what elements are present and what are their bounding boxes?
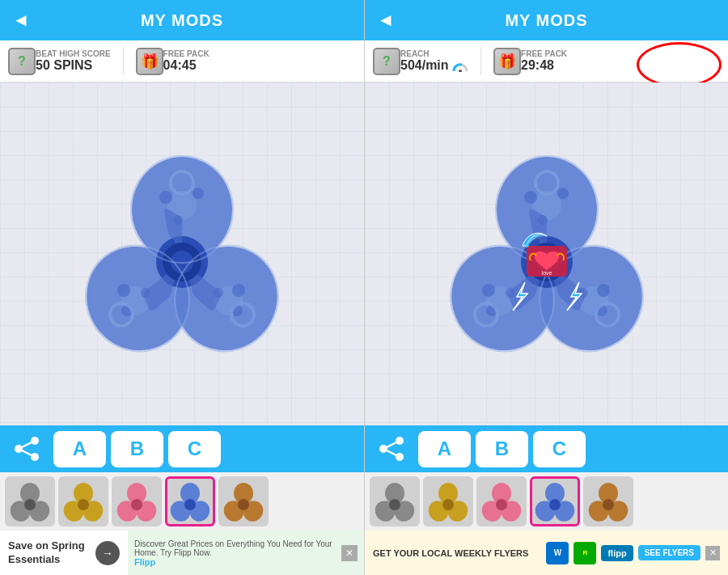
left-pack-label: FREE PACK xyxy=(163,49,210,58)
svg-line-79 xyxy=(383,441,400,449)
right-thumb-pink[interactable] xyxy=(476,476,527,526)
left-score-text: BEAT HIGH SCORE 50 SPINS xyxy=(36,49,111,73)
left-tab-b[interactable]: B xyxy=(111,431,163,467)
left-header: ◄ MY MODS xyxy=(0,0,364,40)
left-title: MY MODS xyxy=(141,11,223,30)
left-back-button[interactable]: ◄ xyxy=(12,10,30,31)
svg-point-55 xyxy=(524,191,537,204)
left-score-label: BEAT HIGH SCORE xyxy=(36,49,111,58)
right-ad-close[interactable]: ✕ xyxy=(705,546,720,560)
right-title: MY MODS xyxy=(505,11,587,30)
right-tab-a[interactable]: A xyxy=(418,431,471,467)
left-tab-c[interactable]: C xyxy=(168,431,221,467)
right-spinner-area: love xyxy=(365,82,728,425)
thumb-gold[interactable] xyxy=(58,476,108,526)
arrow-icon: → xyxy=(102,547,113,560)
thumb-dark-gold[interactable] xyxy=(218,476,269,526)
thumb-blue-selected[interactable] xyxy=(165,476,215,526)
right-reach-icon: ? xyxy=(373,48,400,75)
right-reach-text: REACH 504/min xyxy=(400,49,468,73)
right-thumb-gold[interactable] xyxy=(423,476,473,526)
ryobi-icon: R xyxy=(574,542,596,564)
left-stat-pack: 🎁 FREE PACK 04:45 xyxy=(136,48,210,75)
right-stat-divider xyxy=(480,47,481,75)
svg-point-40 xyxy=(131,499,142,510)
right-pack-icon: 🎁 xyxy=(493,48,521,75)
right-tab-c[interactable]: C xyxy=(533,431,586,467)
right-ad-main-text: GET YOUR LOCAL WEEKLY FLYERS xyxy=(373,548,528,558)
left-pack-icon: 🎁 xyxy=(136,48,163,75)
right-tabs-bar: A B C xyxy=(365,425,728,472)
right-ad-cta[interactable]: SEE FLYERS xyxy=(638,545,700,560)
svg-point-100 xyxy=(603,499,614,510)
svg-point-36 xyxy=(78,499,89,510)
left-ad-left[interactable]: Save on Spring Essentials → xyxy=(0,531,128,575)
left-spinner xyxy=(77,149,287,359)
right-stat-pack: 🎁 FREE PACK 29:48 xyxy=(493,48,567,75)
left-pack-value: 04:45 xyxy=(163,58,210,73)
left-stat-divider xyxy=(123,47,124,75)
right-ad-logos: W R flipp SEE FLYERS ✕ xyxy=(546,542,720,564)
svg-line-27 xyxy=(19,441,35,449)
svg-point-92 xyxy=(496,499,507,510)
svg-point-59 xyxy=(482,284,495,297)
right-stat-reach: ? REACH 504/min xyxy=(373,48,468,75)
left-ad-arrow[interactable]: → xyxy=(95,541,120,565)
svg-point-48 xyxy=(238,499,249,510)
right-pack-text: FREE PACK 29:48 xyxy=(521,49,567,73)
left-stats-bar: ? BEAT HIGH SCORE 50 SPINS 🎁 FREE PACK 0… xyxy=(0,40,364,82)
screens-container: ◄ MY MODS ? BEAT HIGH SCORE 50 SPINS 🎁 F… xyxy=(0,0,728,575)
left-tab-a[interactable]: A xyxy=(53,431,106,467)
right-ad-bar: GET YOUR LOCAL WEEKLY FLYERS W R flipp S… xyxy=(365,531,728,575)
left-ad-brand: Flipp xyxy=(134,557,341,567)
svg-point-32 xyxy=(24,499,36,510)
left-stat-score: ? BEAT HIGH SCORE 50 SPINS xyxy=(8,48,111,75)
svg-point-88 xyxy=(442,499,454,510)
left-ad-close[interactable]: ✕ xyxy=(341,545,358,561)
svg-point-5 xyxy=(159,191,172,204)
svg-text:love: love xyxy=(541,270,552,276)
left-score-icon: ? xyxy=(8,48,36,75)
left-ad-right-text: Discover Great Prices on Everything You … xyxy=(134,539,341,567)
right-header: ◄ MY MODS xyxy=(365,0,728,40)
svg-point-6 xyxy=(193,188,204,199)
right-reach-value: 504/min xyxy=(400,58,468,73)
right-thumbnails xyxy=(365,472,728,531)
svg-point-49 xyxy=(459,70,462,72)
left-ad-text: Save on Spring Essentials xyxy=(8,539,87,567)
left-ad-right[interactable]: Discover Great Prices on Everything You … xyxy=(128,531,364,575)
left-spinner-area xyxy=(0,82,364,425)
svg-point-13 xyxy=(232,284,245,297)
right-thumb-blue-selected[interactable] xyxy=(530,476,580,526)
svg-line-28 xyxy=(19,449,35,457)
svg-point-63 xyxy=(597,284,610,297)
svg-point-96 xyxy=(549,499,561,510)
right-pack-value: 29:48 xyxy=(521,58,567,73)
svg-point-44 xyxy=(184,499,196,510)
red-circle-annotation xyxy=(637,42,722,87)
walmart-icon: W xyxy=(546,542,569,564)
right-thumb-dark-gold[interactable] xyxy=(583,476,633,526)
thumb-gray[interactable] xyxy=(5,476,55,526)
right-reach-number: 504/min xyxy=(400,58,449,72)
right-thumb-gray[interactable] xyxy=(370,476,420,526)
svg-point-84 xyxy=(389,499,400,510)
thumb-pink[interactable] xyxy=(112,476,162,526)
right-share-tab[interactable] xyxy=(369,431,413,467)
share-icon xyxy=(12,434,41,463)
right-ad-brand: flipp xyxy=(601,545,633,561)
left-screen: ◄ MY MODS ? BEAT HIGH SCORE 50 SPINS 🎁 F… xyxy=(0,0,364,575)
right-ad-text-block: GET YOUR LOCAL WEEKLY FLYERS xyxy=(373,548,528,558)
right-pack-label: FREE PACK xyxy=(521,49,567,58)
heart-sticker: love xyxy=(527,246,567,277)
left-ad-discover: Discover Great Prices on Everything You … xyxy=(134,539,341,557)
left-ad-bar: Save on Spring Essentials → Discover Gre… xyxy=(0,531,364,575)
left-share-tab[interactable] xyxy=(4,431,49,467)
right-tab-b[interactable]: B xyxy=(476,431,528,467)
left-tabs-bar: A B C xyxy=(0,425,364,472)
svg-line-80 xyxy=(383,449,400,457)
right-stats-bar: ? REACH 504/min 🎁 xyxy=(365,40,728,82)
svg-point-9 xyxy=(117,284,130,297)
right-back-button[interactable]: ◄ xyxy=(377,10,395,31)
left-score-value: 50 SPINS xyxy=(36,58,111,73)
